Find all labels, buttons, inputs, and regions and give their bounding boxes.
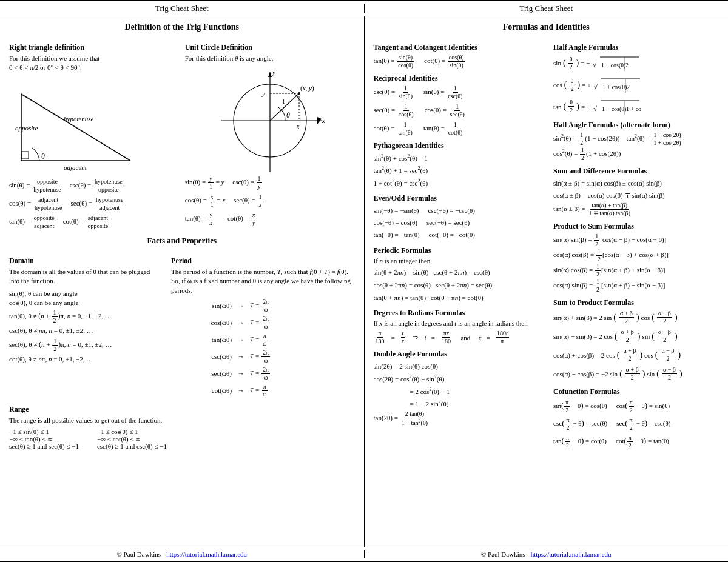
svg-rect-3: [21, 152, 29, 159]
deg-rad-desc: If x is an angle in degrees and t is an …: [374, 319, 548, 327]
svg-text:√: √: [594, 83, 598, 90]
unit-circle-formulas: sin(θ) = y1 = y csc(θ) = 1y cos(θ) = x1 …: [185, 175, 355, 227]
deg-rad-formula: π180 = tx ⇒ t = πx180 and x = 180tπ: [374, 330, 548, 345]
sum-diff-formulas: sin(α ± β) = sin(α) cos(β) ± cos(α) sin(…: [553, 178, 719, 217]
svg-text:θ: θ: [286, 111, 290, 119]
half-angle-title: Half Angle Formulas: [553, 43, 719, 52]
unit-circle-diagram: (x, y) x y 1 θ x y: [209, 66, 331, 172]
period-sin: sin(ωθ) → T = 2πω: [183, 298, 354, 313]
sum-diff-title: Sum and Difference Formulas: [553, 167, 719, 176]
svg-text:x: x: [296, 123, 300, 130]
right-triangle-desc1: For this definition we assume that: [9, 54, 179, 63]
deg-rad-title: Degrees to Radians Formulas: [374, 309, 548, 318]
sqrt-formula-sin: √ 1 − cos(θ) 2: [592, 54, 640, 72]
facts-section: Facts and Properties Domain The domain i…: [9, 236, 355, 450]
svg-text:adjacent: adjacent: [64, 164, 87, 171]
right-panel: Formulas and Identities Tangent and Cota…: [365, 16, 729, 547]
period-csc: csc(ωθ) → T = 2πω: [183, 349, 354, 364]
svg-text:1 + cos(θ): 1 + cos(θ): [626, 105, 641, 113]
domain-desc: The domain is all the values of θ that c…: [9, 267, 162, 286]
svg-text:1 − cos(θ): 1 − cos(θ): [601, 62, 625, 69]
svg-marker-11: [268, 72, 272, 77]
footer-right: © Paul Dawkins - https://tutorial.math.l…: [365, 550, 729, 558]
tan-cot-title: Tangent and Cotangent Identities: [374, 43, 548, 52]
evenodd-formulas: sin(−θ) = −sin(θ) csc(−θ) = −csc(θ) cos(…: [374, 205, 548, 241]
cofunction-formulas: sin(π2 − θ) = cos(θ) cos(π2 − θ) = sin(θ…: [553, 398, 719, 449]
sqrt-formula-tan: √ 1 − cos(θ) 1 + cos(θ): [592, 98, 641, 116]
footer-link-right[interactable]: https://tutorial.math.lamar.edu: [531, 550, 612, 558]
periodic-formulas: sin(θ + 2πn) = sin(θ) csc(θ + 2πn) = csc…: [374, 266, 548, 304]
period-tan: tan(ωθ) → T = πω: [183, 332, 354, 347]
right-right-col: Half Angle Formulas sin(θ2) = ± √ 1 − co…: [553, 38, 719, 449]
right-triangle-section: Right triangle definition For this defin…: [9, 38, 179, 230]
evenodd-title: Even/Odd Formulas: [374, 194, 548, 203]
period-table: sin(ωθ) → T = 2πω cos(ωθ) → T = 2πω tan(…: [183, 298, 354, 398]
header-title-left: Trig Cheat Sheet: [0, 4, 364, 13]
double-angle-title: Double Angle Formulas: [374, 350, 548, 359]
svg-text:1: 1: [282, 98, 285, 105]
svg-text:√: √: [593, 61, 597, 69]
right-triangle-desc2: 0 < θ < π/2 or 0° < θ < 90°.: [9, 63, 179, 72]
svg-text:hypotenuse: hypotenuse: [64, 115, 94, 122]
half-angle-formulas: sin(θ2) = ± √ 1 − cos(θ) 2 cos(θ2) = ±: [553, 54, 719, 116]
sum-prod-title: Sum to Product Formulas: [553, 298, 719, 307]
svg-text:√: √: [593, 105, 598, 112]
right-triangle-title: Right triangle definition: [9, 43, 179, 52]
periodic-title: Periodic Formulas: [374, 246, 548, 255]
half-angle-alt-formulas: sin2(θ) = 12(1 − cos(2θ)) tan2(θ) = 1 − …: [553, 132, 719, 162]
period-desc: The period of a function is the number, …: [171, 267, 354, 295]
facts-two-col: Domain The domain is all the values of θ…: [9, 252, 355, 400]
range-section: Range The range is all possible values t…: [9, 405, 355, 450]
range-col-2: −1 ≤ cos(θ) ≤ 1 −∞ < cot(θ) < ∞ csc(θ) ≥…: [97, 428, 167, 450]
right-two-col: Tangent and Cotangent Identities tan(θ) …: [374, 38, 720, 449]
definitions-two-col: Right triangle definition For this defin…: [9, 38, 355, 230]
footer-link-left[interactable]: https://tutorial.math.lamar.edu: [166, 550, 247, 558]
svg-text:1 + cos(θ): 1 + cos(θ): [602, 84, 627, 91]
triangle-formulas: sin(θ) = oppositehypotenuse csc(θ) = hyp…: [9, 178, 179, 230]
unit-circle-desc: For this definition θ is any angle.: [185, 54, 355, 63]
triangle-diagram: opposite hypotenuse adjacent θ: [9, 76, 143, 173]
svg-text:x: x: [322, 117, 325, 124]
range-col-1: −1 ≤ sin(θ) ≤ 1 −∞ < tan(θ) < ∞ sec(θ) ≥…: [9, 428, 79, 450]
recip-formulas: csc(θ) = 1sin(θ) sin(θ) = 1csc(θ) sec(θ)…: [374, 85, 548, 136]
double-angle-formulas: sin(2θ) = 2 sin(θ) cos(θ) cos(2θ) = cos2…: [374, 361, 548, 426]
sqrt-formula-cos: √ 1 + cos(θ) 2: [593, 76, 641, 94]
right-left-col: Tangent and Cotangent Identities tan(θ) …: [374, 38, 548, 449]
domain-list: sin(θ), θ can be any angle cos(θ), θ can…: [9, 289, 162, 364]
pyth-title: Pythagorean Identities: [374, 141, 548, 150]
svg-line-13: [270, 93, 299, 121]
header-row: Trig Cheat Sheet Trig Cheat Sheet: [0, 1, 728, 16]
period-cos: cos(ωθ) → T = 2πω: [183, 315, 354, 330]
svg-text:2: 2: [627, 84, 630, 90]
svg-text:y: y: [272, 69, 275, 76]
svg-text:1 − cos(θ): 1 − cos(θ): [602, 105, 626, 113]
period-section: Period The period of a function is the n…: [171, 252, 354, 400]
range-table: −1 ≤ sin(θ) ≤ 1 −∞ < tan(θ) < ∞ sec(θ) ≥…: [9, 428, 355, 450]
unit-circle-section: Unit Circle Definition For this definiti…: [185, 38, 355, 230]
period-sec: sec(ωθ) → T = 2πω: [183, 366, 354, 381]
svg-text:y: y: [261, 90, 265, 97]
sum-prod-formulas: sin(α) + sin(β) = 2 sin(α + β2) cos(α − …: [553, 309, 719, 383]
prod-sum-title: Product to Sum Formulas: [553, 222, 719, 231]
header-title-right: Trig Cheat Sheet: [365, 4, 729, 13]
left-panel: Definition of the Trig Functions Right t…: [0, 16, 365, 547]
facts-title: Facts and Properties: [9, 236, 355, 246]
period-title: Period: [171, 256, 354, 266]
page-container: Trig Cheat Sheet Trig Cheat Sheet Defini…: [0, 0, 728, 562]
range-title: Range: [9, 405, 355, 414]
svg-text:θ: θ: [41, 152, 45, 161]
cofunction-title: Cofunction Formulas: [553, 387, 719, 396]
prod-sum-formulas: sin(α) sin(β) = 12[cos(α − β) − cos(α + …: [553, 233, 719, 293]
right-section-title: Formulas and Identities: [374, 22, 720, 32]
half-angle-alt-title: Half Angle Formulas (alternate form): [553, 121, 719, 130]
tan-cot-formulas: tan(θ) = sin(θ)cos(θ) cot(θ) = cos(θ)sin…: [374, 54, 548, 69]
footer-row: © Paul Dawkins - https://tutorial.math.l…: [0, 547, 728, 561]
svg-text:opposite: opposite: [15, 124, 38, 132]
svg-text:(x, y): (x, y): [300, 84, 314, 92]
footer-left: © Paul Dawkins - https://tutorial.math.l…: [0, 550, 364, 558]
unit-circle-title: Unit Circle Definition: [185, 43, 355, 52]
pyth-formulas: sin2(θ) + cos2(θ) = 1 tan2(θ) + 1 = sec2…: [374, 152, 548, 189]
left-section-title: Definition of the Trig Functions: [9, 22, 355, 32]
domain-section: Domain The domain is all the values of θ…: [9, 252, 162, 400]
svg-text:2: 2: [625, 62, 629, 69]
